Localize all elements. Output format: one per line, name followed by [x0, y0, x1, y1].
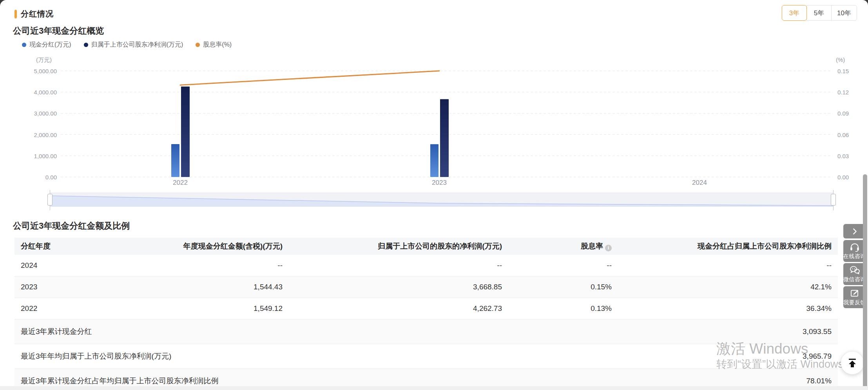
y-axis-tick-left: 2,000.00 [0, 132, 57, 138]
range-button-10y[interactable]: 10年 [831, 5, 857, 21]
range-button-3y[interactable]: 3年 [782, 5, 807, 21]
cell-year: 2023 [14, 276, 120, 298]
summary-row: 最近3年累计现金分红占年均归属于上市公司股东净利润比例 78.01% [14, 369, 838, 386]
summary-value: 3,093.55 [618, 320, 838, 344]
summary-label: 最近3年累计现金分红占年均归属于上市公司股东净利润比例 [14, 369, 618, 386]
legend-item-yield[interactable]: 股息率(%) [196, 41, 232, 49]
table-row: 2022 1,549.12 4,262.73 0.13% 36.34% [14, 298, 838, 320]
col-header-profit: 归属于上市公司的股东的净利润(万元) [289, 238, 508, 255]
summary-row: 最近3年年均归属于上市公司股东净利润(万元) 3,965.79 [14, 344, 838, 369]
cell-yield: 0.15% [508, 276, 618, 298]
summary-value: 78.01% [618, 369, 838, 386]
y-axis-tick-left: 5,000.00 [0, 68, 57, 74]
datazoom-handle-right[interactable] [831, 194, 836, 206]
y-axis-tick-left: 1,000.00 [0, 153, 57, 159]
cell-ratio: 36.34% [618, 298, 838, 320]
y-axis-tick-right: 0.09 [837, 110, 865, 117]
time-range-switch: 3年 5年 10年 [782, 5, 857, 21]
cell-profit: 4,262.73 [289, 298, 508, 320]
summary-row: 最近3年累计现金分红 3,093.55 [14, 320, 838, 344]
summary-label: 最近3年年均归属于上市公司股东净利润(万元) [14, 344, 618, 369]
y-axis-tick-right: 0.15 [837, 68, 865, 74]
datazoom-handle-left[interactable] [47, 194, 53, 206]
cell-ratio: 42.1% [618, 276, 838, 298]
legend-dot-yield-icon [196, 43, 200, 47]
range-button-5y[interactable]: 5年 [806, 5, 832, 21]
y-axis-unit-left: (万元) [0, 56, 52, 64]
y-axis-tick-left: 3,000.00 [0, 110, 57, 117]
cell-profit: 3,668.85 [289, 276, 508, 298]
cell-ratio: -- [618, 255, 838, 276]
back-to-top-button[interactable] [841, 352, 864, 374]
legend-item-cash[interactable]: 现金分红(万元) [22, 41, 71, 49]
chevron-right-icon [850, 227, 859, 236]
y-axis-tick-right: 0.12 [837, 89, 865, 96]
cell-year: 2022 [14, 298, 120, 320]
cell-yield: -- [508, 255, 618, 276]
col-header-dividend: 年度现金分红金额(含税)(万元) [120, 238, 289, 255]
datazoom-slider[interactable] [50, 193, 834, 207]
y-axis-tick-right: 0.00 [837, 174, 865, 181]
legend-item-profit[interactable]: 归属于上市公司股东净利润(万元) [84, 41, 183, 49]
chart-section-title: 公司近3年现金分红概览 [13, 25, 104, 37]
page-title: 分红情况 [21, 9, 54, 19]
col-header-year: 分红年度 [14, 238, 120, 255]
table-row: 2023 1,544.43 3,668.85 0.15% 42.1% [14, 276, 838, 298]
col-header-ratio: 现金分红占归属上市公司股东净利润比例 [618, 238, 838, 255]
summary-label: 最近3年累计现金分红 [14, 320, 618, 344]
feedback-icon [850, 289, 859, 298]
y-axis-tick-left: 4,000.00 [0, 89, 57, 96]
section-header: 分红情况 [14, 9, 54, 19]
cell-dividend: -- [120, 255, 289, 276]
accent-bar [14, 10, 17, 18]
table-section-title: 公司近3年现金分红金额及比例 [13, 220, 130, 232]
legend-dot-cash-icon [22, 43, 26, 47]
x-axis-label: 2022 [157, 179, 204, 187]
legend-label: 股息率(%) [203, 41, 232, 49]
table-header-row: 分红年度 年度现金分红金额(含税)(万元) 归属于上市公司的股东的净利润(万元)… [14, 238, 838, 255]
vertical-scrollbar-thumb[interactable] [863, 174, 867, 386]
dividend-table: 分红年度 年度现金分红金额(含税)(万元) 归属于上市公司的股东的净利润(万元)… [14, 238, 838, 386]
col-header-yield-label: 股息率 [581, 242, 603, 250]
y-axis-tick-left: 0.00 [0, 174, 57, 181]
arrow-up-to-top-icon [846, 357, 859, 369]
chart-legend: 现金分红(万元) 归属于上市公司股东净利润(万元) 股息率(%) [22, 41, 232, 49]
cell-dividend: 1,549.12 [120, 298, 289, 320]
x-axis-label: 2024 [676, 179, 723, 187]
cell-dividend: 1,544.43 [120, 276, 289, 298]
summary-value: 3,965.79 [618, 344, 838, 369]
y-axis-tick-right: 0.06 [837, 132, 865, 138]
legend-dot-profit-icon [84, 43, 88, 47]
legend-label: 归属于上市公司股东净利润(万元) [91, 41, 183, 49]
headset-icon [850, 242, 860, 252]
datazoom-preview [50, 193, 833, 206]
cell-yield: 0.13% [508, 298, 618, 320]
cell-profit: -- [289, 255, 508, 276]
info-icon[interactable]: i [605, 245, 612, 251]
dividend-panel: 分红情况 3年 5年 10年 公司近3年现金分红概览 现金分红(万元) 归属于上… [0, 0, 868, 386]
legend-label: 现金分红(万元) [29, 41, 71, 49]
x-axis-label: 2023 [416, 179, 463, 187]
y-axis-tick-right: 0.03 [837, 153, 865, 159]
cell-year: 2024 [14, 255, 120, 276]
table-row: 2024 -- -- -- -- [14, 255, 838, 276]
col-header-yield: 股息率i [508, 238, 618, 255]
y-axis-unit-right: (%) [836, 56, 845, 63]
wechat-icon [849, 265, 860, 275]
